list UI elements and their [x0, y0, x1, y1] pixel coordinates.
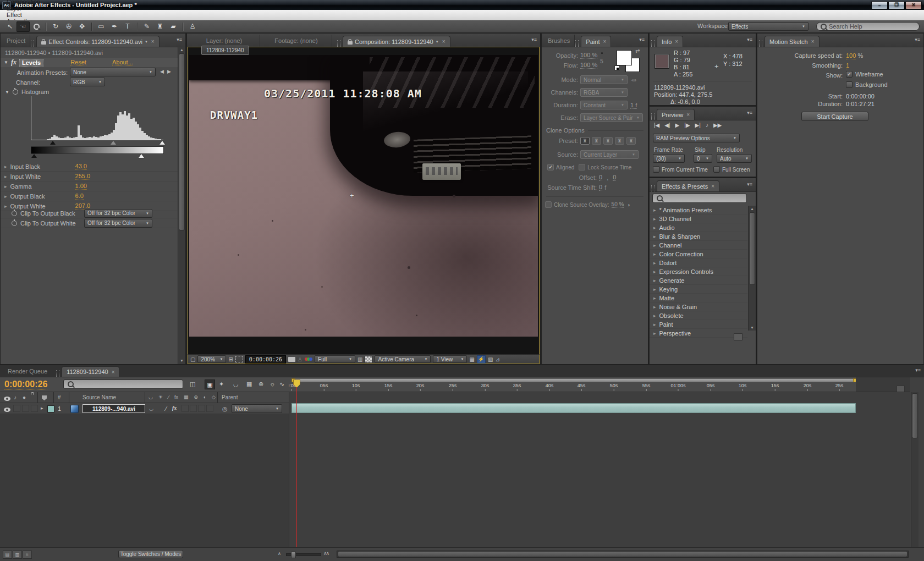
- transport-button[interactable]: |▶: [684, 122, 690, 128]
- transport-button[interactable]: ♪: [706, 122, 708, 128]
- index-column-header[interactable]: #: [58, 394, 61, 400]
- layer-switch-box[interactable]: [198, 405, 205, 412]
- layer-row[interactable]: ▸ 1 112809-...940.avi ◡ ⁄ fx ◎ None: [0, 403, 289, 414]
- aligned-checkbox[interactable]: [547, 164, 554, 170]
- timeline-track-area[interactable]: [289, 392, 910, 548]
- effect-category-row[interactable]: 3D Channel: [650, 215, 747, 223]
- layer-switch-column-icon[interactable]: ◐: [204, 394, 206, 400]
- draft-3d-button[interactable]: ✦: [219, 381, 224, 388]
- show-channel-icon[interactable]: [305, 358, 312, 361]
- gamma-marker[interactable]: [111, 141, 116, 145]
- transparency-grid-icon[interactable]: [365, 356, 372, 363]
- active-camera-dropdown[interactable]: Active Camera: [375, 355, 431, 363]
- layer-solo-toggle[interactable]: [22, 405, 29, 412]
- title-bar[interactable]: Ae Adobe After Effects - Untitled Projec…: [0, 0, 924, 10]
- output-levels-gradient[interactable]: [31, 146, 164, 154]
- panel-menu-icon[interactable]: ▾≡: [639, 37, 645, 42]
- tab-paint[interactable]: Paint×: [581, 36, 611, 47]
- timeline-zoom-slider[interactable]: [286, 553, 321, 556]
- ram-preview-options-dropdown[interactable]: RAM Preview Options: [653, 134, 740, 142]
- effects-scrollbar[interactable]: ▲ ▼: [748, 206, 756, 331]
- smoothing-value[interactable]: 1: [846, 62, 849, 69]
- reset-link[interactable]: Reset: [70, 59, 86, 66]
- clip-dropdown[interactable]: Off for 32 bpc Color: [84, 209, 152, 218]
- effect-category-row[interactable]: Obsolete: [650, 311, 747, 320]
- levels-property-row[interactable]: Gamma 1.00: [1, 182, 178, 191]
- offset-x[interactable]: 0: [599, 174, 602, 181]
- transport-button[interactable]: |◀: [654, 122, 659, 128]
- graph-editor-button[interactable]: ∿: [279, 381, 284, 388]
- layer-switch-column-icon[interactable]: ▦: [184, 394, 189, 400]
- transport-button[interactable]: ▶▶: [713, 122, 722, 128]
- panel-grip[interactable]: [759, 40, 762, 47]
- clip-dropdown[interactable]: Off for 32 bpc Color: [84, 219, 152, 228]
- magnification-dropdown[interactable]: 200%: [197, 355, 226, 363]
- panel-menu-icon[interactable]: ▾≡: [747, 37, 752, 42]
- layer-switch-column-icon[interactable]: ☀: [158, 394, 163, 400]
- view-options-icon[interactable]: ▢: [190, 356, 195, 362]
- from-current-time-checkbox[interactable]: [653, 166, 659, 173]
- work-area-bar[interactable]: [292, 378, 857, 382]
- brainstorm-button[interactable]: ☼: [270, 381, 275, 387]
- audio-column-icon[interactable]: ♪: [14, 394, 16, 400]
- time-ruler[interactable]: 0:0005s10s15s20s25s30s35s40s45s50s55s01:…: [289, 377, 910, 392]
- foreground-color-swatch[interactable]: [617, 50, 632, 65]
- timeline-vertical-scrollbar[interactable]: [911, 392, 919, 548]
- skip-dropdown[interactable]: 0: [694, 154, 712, 163]
- tab-composition[interactable]: Composition: 112809-112940 ▼ ×: [343, 36, 450, 47]
- erase-dropdown[interactable]: Layer Source & Paint: [580, 113, 643, 122]
- levels-property-row[interactable]: Input White 255.0: [1, 172, 178, 182]
- stopwatch-icon[interactable]: [13, 89, 18, 95]
- layer-fx-switch[interactable]: fx: [172, 405, 177, 411]
- panel-menu-icon[interactable]: ▾≡: [747, 182, 752, 187]
- eraser-tool-icon[interactable]: ▰: [167, 21, 180, 32]
- animation-presets-dropdown[interactable]: None: [70, 68, 156, 76]
- minimize-button[interactable]: –: [871, 1, 888, 9]
- property-value[interactable]: 255.0: [75, 173, 91, 180]
- menu-item[interactable]: Layer: [2, 5, 45, 12]
- tab-effect-controls[interactable]: Effect Controls: 112809-112940.avi ▼ ×: [36, 36, 159, 47]
- panel-grip[interactable]: [337, 40, 340, 47]
- effect-category-row[interactable]: * Animation Presets: [650, 206, 747, 215]
- effect-category-row[interactable]: Channel: [650, 241, 747, 250]
- clone-preset-button[interactable]: ♜: [626, 137, 636, 145]
- pen-tool-icon[interactable]: ✒: [108, 21, 121, 32]
- viewer-timecode[interactable]: 0:00:00:26: [245, 355, 286, 364]
- workspace-dropdown[interactable]: Effects: [728, 22, 809, 31]
- effect-category-row[interactable]: Blur & Sharpen: [650, 232, 747, 241]
- effect-category-row[interactable]: Noise & Grain: [650, 302, 747, 311]
- hide-shy-layers-button[interactable]: ◡: [233, 381, 239, 388]
- full-screen-checkbox[interactable]: [713, 166, 720, 173]
- levels-histogram[interactable]: [31, 96, 163, 140]
- pixel-aspect-icon[interactable]: ⊿: [495, 356, 499, 362]
- close-tab-icon[interactable]: ×: [603, 38, 606, 45]
- input-black-marker[interactable]: [50, 141, 56, 145]
- tab-render-queue[interactable]: Render Queue: [3, 366, 52, 377]
- frame-rate-dropdown[interactable]: (30): [653, 154, 685, 163]
- lock-source-time-checkbox[interactable]: [579, 164, 585, 170]
- grid-guides-icon[interactable]: ▦: [469, 356, 474, 362]
- close-button[interactable]: ✕: [905, 1, 922, 9]
- panel-menu-icon[interactable]: ▾≡: [915, 37, 920, 42]
- effect-category-row[interactable]: Color Correction: [650, 250, 747, 258]
- panel-grip[interactable]: [651, 40, 654, 47]
- frame-blending-button[interactable]: ▦: [246, 381, 252, 388]
- tab-effects-presets[interactable]: Effects & Presets×: [657, 180, 719, 191]
- mode-dropdown[interactable]: Normal: [580, 75, 628, 84]
- zoom-out-icon[interactable]: ∧: [278, 551, 281, 556]
- shape-tool-icon[interactable]: ▭: [95, 21, 108, 32]
- layer-switch-column-icon[interactable]: fx: [174, 394, 178, 400]
- layer-switch-box[interactable]: [182, 405, 189, 412]
- eyedropper-icon[interactable]: ✎: [629, 75, 638, 84]
- pan-behind-tool-icon[interactable]: ✥: [75, 21, 89, 32]
- timeline-search-input[interactable]: [63, 380, 183, 389]
- histogram-expander-icon[interactable]: ▼: [5, 90, 9, 95]
- layer-lock-toggle[interactable]: [31, 405, 38, 412]
- expand-transfer-controls-button[interactable]: ▥: [13, 551, 22, 559]
- new-animation-preset-button[interactable]: [734, 333, 743, 340]
- close-tab-icon[interactable]: ×: [811, 38, 815, 45]
- source-time-shift-value[interactable]: 0: [599, 184, 602, 191]
- effect-expander-icon[interactable]: ▼: [4, 60, 8, 65]
- effect-category-row[interactable]: Distort: [650, 258, 747, 267]
- camera-tool-icon[interactable]: ✇: [62, 21, 75, 32]
